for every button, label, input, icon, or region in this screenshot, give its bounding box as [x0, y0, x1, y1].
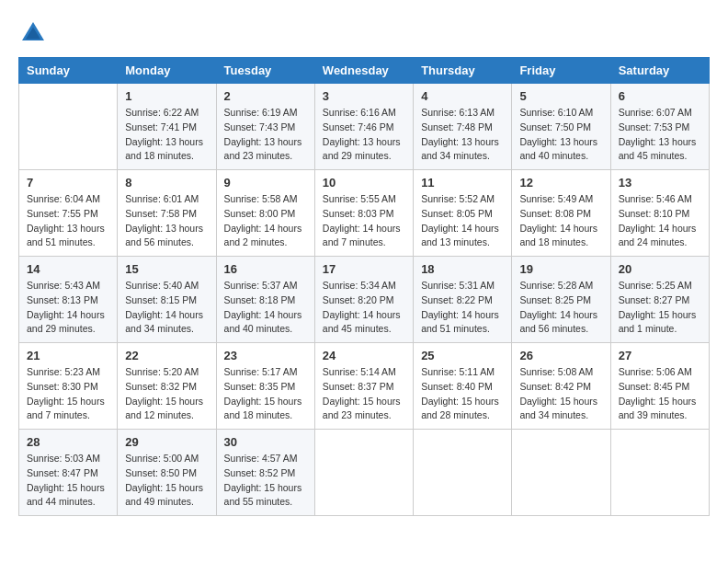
calendar-cell: 19Sunrise: 5:28 AMSunset: 8:25 PMDayligh… — [512, 257, 610, 343]
calendar-cell: 6Sunrise: 6:07 AMSunset: 7:53 PMDaylight… — [610, 84, 709, 170]
header-day: Wednesday — [314, 58, 413, 84]
header-day: Saturday — [610, 58, 709, 84]
calendar-cell: 15Sunrise: 5:40 AMSunset: 8:15 PMDayligh… — [118, 257, 216, 343]
day-info: Sunrise: 5:52 AMSunset: 8:05 PMDaylight:… — [421, 192, 504, 250]
calendar-cell: 25Sunrise: 5:11 AMSunset: 8:40 PMDayligh… — [414, 343, 512, 430]
calendar-cell: 2Sunrise: 6:19 AMSunset: 7:43 PMDaylight… — [216, 84, 314, 170]
day-info: Sunrise: 6:13 AMSunset: 7:48 PMDaylight:… — [421, 106, 504, 164]
day-number: 20 — [619, 262, 701, 276]
day-number: 15 — [125, 262, 208, 276]
header-day: Thursday — [414, 58, 512, 84]
calendar-table: SundayMondayTuesdayWednesdayThursdayFrid… — [18, 57, 710, 516]
day-info: Sunrise: 4:57 AMSunset: 8:52 PMDaylight:… — [224, 452, 307, 510]
day-info: Sunrise: 5:49 AMSunset: 8:08 PMDaylight:… — [519, 192, 602, 250]
day-number: 10 — [323, 176, 405, 190]
day-info: Sunrise: 5:03 AMSunset: 8:47 PMDaylight:… — [27, 452, 109, 510]
day-number: 28 — [27, 435, 109, 449]
day-info: Sunrise: 5:06 AMSunset: 8:45 PMDaylight:… — [619, 365, 701, 423]
calendar-cell: 22Sunrise: 5:20 AMSunset: 8:32 PMDayligh… — [118, 343, 216, 430]
day-number: 1 — [125, 89, 208, 103]
calendar-header: SundayMondayTuesdayWednesdayThursdayFrid… — [19, 58, 710, 84]
day-number: 2 — [224, 89, 307, 103]
day-info: Sunrise: 6:07 AMSunset: 7:53 PMDaylight:… — [619, 106, 701, 164]
calendar-cell — [610, 430, 709, 516]
calendar-cell: 1Sunrise: 6:22 AMSunset: 7:41 PMDaylight… — [118, 84, 216, 170]
day-number: 22 — [125, 349, 208, 362]
day-number: 5 — [519, 89, 602, 103]
header-day: Monday — [118, 58, 216, 84]
day-number: 29 — [125, 435, 208, 449]
day-info: Sunrise: 6:16 AMSunset: 7:46 PMDaylight:… — [323, 106, 405, 164]
day-info: Sunrise: 5:28 AMSunset: 8:25 PMDaylight:… — [519, 279, 602, 337]
header-day: Sunday — [19, 58, 118, 84]
calendar-cell: 3Sunrise: 6:16 AMSunset: 7:46 PMDaylight… — [314, 84, 413, 170]
day-info: Sunrise: 6:01 AMSunset: 7:58 PMDaylight:… — [125, 192, 208, 250]
day-info: Sunrise: 5:58 AMSunset: 8:00 PMDaylight:… — [224, 192, 307, 250]
day-info: Sunrise: 5:23 AMSunset: 8:30 PMDaylight:… — [27, 365, 109, 423]
day-info: Sunrise: 5:11 AMSunset: 8:40 PMDaylight:… — [421, 365, 504, 423]
calendar-cell: 26Sunrise: 5:08 AMSunset: 8:42 PMDayligh… — [512, 343, 610, 430]
calendar-cell: 4Sunrise: 6:13 AMSunset: 7:48 PMDaylight… — [414, 84, 512, 170]
logo-icon — [18, 18, 48, 48]
day-info: Sunrise: 5:40 AMSunset: 8:15 PMDaylight:… — [125, 279, 208, 337]
day-info: Sunrise: 5:14 AMSunset: 8:37 PMDaylight:… — [323, 365, 405, 423]
calendar-cell: 30Sunrise: 4:57 AMSunset: 8:52 PMDayligh… — [216, 430, 314, 516]
day-number: 4 — [421, 89, 504, 103]
day-number: 12 — [519, 176, 602, 190]
calendar-cell: 5Sunrise: 6:10 AMSunset: 7:50 PMDaylight… — [512, 84, 610, 170]
day-number: 30 — [224, 435, 307, 449]
day-info: Sunrise: 5:31 AMSunset: 8:22 PMDaylight:… — [421, 279, 504, 337]
day-number: 9 — [224, 176, 307, 190]
calendar-cell: 23Sunrise: 5:17 AMSunset: 8:35 PMDayligh… — [216, 343, 314, 430]
day-info: Sunrise: 5:17 AMSunset: 8:35 PMDaylight:… — [224, 365, 307, 423]
calendar-cell: 9Sunrise: 5:58 AMSunset: 8:00 PMDaylight… — [216, 170, 314, 257]
calendar-cell: 16Sunrise: 5:37 AMSunset: 8:18 PMDayligh… — [216, 257, 314, 343]
day-info: Sunrise: 5:46 AMSunset: 8:10 PMDaylight:… — [619, 192, 701, 250]
day-info: Sunrise: 5:00 AMSunset: 8:50 PMDaylight:… — [125, 452, 208, 510]
day-number: 26 — [519, 349, 602, 362]
header-day: Tuesday — [216, 58, 314, 84]
week-row: 21Sunrise: 5:23 AMSunset: 8:30 PMDayligh… — [19, 343, 710, 430]
day-info: Sunrise: 6:04 AMSunset: 7:55 PMDaylight:… — [27, 192, 109, 250]
day-info: Sunrise: 5:43 AMSunset: 8:13 PMDaylight:… — [27, 279, 109, 337]
day-number: 7 — [27, 176, 109, 190]
calendar-cell: 12Sunrise: 5:49 AMSunset: 8:08 PMDayligh… — [512, 170, 610, 257]
calendar-cell: 27Sunrise: 5:06 AMSunset: 8:45 PMDayligh… — [610, 343, 709, 430]
day-info: Sunrise: 5:55 AMSunset: 8:03 PMDaylight:… — [323, 192, 405, 250]
calendar-cell — [314, 430, 413, 516]
header-row: SundayMondayTuesdayWednesdayThursdayFrid… — [19, 58, 710, 84]
day-number: 8 — [125, 176, 208, 190]
calendar-cell — [19, 84, 118, 170]
day-info: Sunrise: 6:19 AMSunset: 7:43 PMDaylight:… — [224, 106, 307, 164]
calendar-cell — [414, 430, 512, 516]
calendar-cell: 18Sunrise: 5:31 AMSunset: 8:22 PMDayligh… — [414, 257, 512, 343]
day-info: Sunrise: 5:34 AMSunset: 8:20 PMDaylight:… — [323, 279, 405, 337]
day-number: 23 — [224, 349, 307, 362]
calendar-body: 1Sunrise: 6:22 AMSunset: 7:41 PMDaylight… — [19, 84, 710, 516]
calendar-cell: 13Sunrise: 5:46 AMSunset: 8:10 PMDayligh… — [610, 170, 709, 257]
day-number: 14 — [27, 262, 109, 276]
calendar-cell: 24Sunrise: 5:14 AMSunset: 8:37 PMDayligh… — [314, 343, 413, 430]
calendar-cell: 10Sunrise: 5:55 AMSunset: 8:03 PMDayligh… — [314, 170, 413, 257]
day-info: Sunrise: 6:10 AMSunset: 7:50 PMDaylight:… — [519, 106, 602, 164]
day-number: 3 — [323, 89, 405, 103]
day-number: 21 — [27, 349, 109, 362]
calendar-cell: 7Sunrise: 6:04 AMSunset: 7:55 PMDaylight… — [19, 170, 118, 257]
day-number: 27 — [619, 349, 701, 362]
week-row: 1Sunrise: 6:22 AMSunset: 7:41 PMDaylight… — [19, 84, 710, 170]
calendar-cell: 11Sunrise: 5:52 AMSunset: 8:05 PMDayligh… — [414, 170, 512, 257]
day-info: Sunrise: 6:22 AMSunset: 7:41 PMDaylight:… — [125, 106, 208, 164]
day-number: 6 — [619, 89, 701, 103]
day-number: 19 — [519, 262, 602, 276]
calendar-cell: 29Sunrise: 5:00 AMSunset: 8:50 PMDayligh… — [118, 430, 216, 516]
calendar-cell: 20Sunrise: 5:25 AMSunset: 8:27 PMDayligh… — [610, 257, 709, 343]
calendar-cell: 28Sunrise: 5:03 AMSunset: 8:47 PMDayligh… — [19, 430, 118, 516]
day-info: Sunrise: 5:25 AMSunset: 8:27 PMDaylight:… — [619, 279, 701, 337]
week-row: 14Sunrise: 5:43 AMSunset: 8:13 PMDayligh… — [19, 257, 710, 343]
day-number: 25 — [421, 349, 504, 362]
day-number: 16 — [224, 262, 307, 276]
calendar-cell: 8Sunrise: 6:01 AMSunset: 7:58 PMDaylight… — [118, 170, 216, 257]
logo — [18, 18, 51, 48]
calendar-cell: 17Sunrise: 5:34 AMSunset: 8:20 PMDayligh… — [314, 257, 413, 343]
calendar-cell: 21Sunrise: 5:23 AMSunset: 8:30 PMDayligh… — [19, 343, 118, 430]
